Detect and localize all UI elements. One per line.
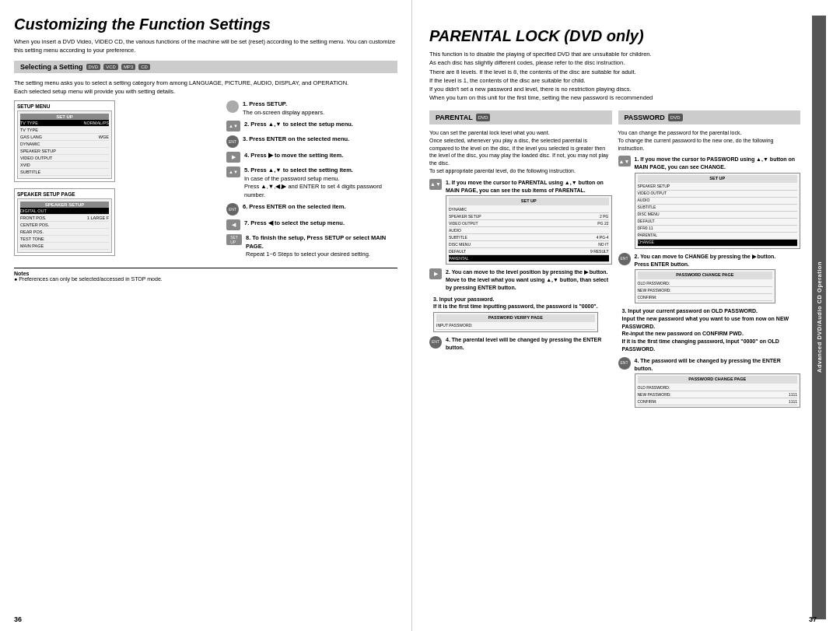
password-col: PASSWORD DVD You can change the password… (618, 110, 801, 412)
step8-text: 8. To finish the setup, Press SETUP or s… (246, 234, 397, 259)
speaker-screen-title: SPEAKER SETUP (20, 202, 109, 208)
setup-row-1: TV TYPENORMAL/PS (20, 120, 109, 127)
p-step3-text: 3. Input your password. If it is the fir… (433, 296, 598, 332)
step1-text: 1. Press SETUP.The on-screen display app… (243, 100, 324, 117)
left-intro: When you insert a DVD Video, VIDEO CD, t… (14, 38, 397, 54)
pw-step-4: ENT 4. The password will be changed by p… (618, 357, 801, 408)
parental-intro: You can set the parental lock level what… (429, 129, 612, 175)
right-intro: This function is to disable the playing … (429, 50, 800, 103)
left-page-number: 36 (14, 615, 22, 623)
step-1: 1. Press SETUP.The on-screen display app… (226, 100, 397, 117)
setup-images: SETUP MENU SET UP TV TYPENORMAL/PS TV TY… (14, 100, 219, 263)
right-section: PARENTAL LOCK (DVD only) This function i… (412, 0, 840, 631)
step3-text: 3. Press ENTER on the selected menu. (243, 135, 349, 144)
steps-list: 1. Press SETUP.The on-screen display app… (226, 100, 397, 263)
step5-icon: ▲▼ (226, 167, 240, 177)
step5-text: 5. Press ▲,▼ to select the setting item.… (244, 167, 397, 199)
step4-icon: ▶ (226, 152, 240, 163)
steps-container: SETUP MENU SET UP TV TYPENORMAL/PS TV TY… (14, 100, 397, 263)
side-tab-text: Advanced DVD/Audio CD Operation (816, 261, 823, 373)
pw-step2-text: 2. You can move to CHANGE by pressing th… (635, 253, 776, 303)
sp-row-2: FRONT POS.1 LARGE F (20, 215, 109, 222)
step6-icon: ENT (226, 203, 239, 216)
pw-step-2: ENT 2. You can move to CHANGE by pressin… (618, 253, 801, 303)
p-step-1: ▲▼ 1. If you move the cursor to PARENTAL… (429, 179, 612, 265)
left-body: The setting menu asks you to select a se… (14, 79, 397, 96)
setup-row-6: VIDEO OUTPUT (20, 155, 109, 162)
step-6: ENT 6. Press ENTER on the selected item. (226, 203, 397, 216)
p-step1-screen: SET UP DYNAMIC SPEAKER SETUP2 PG VIDEO O… (446, 195, 612, 265)
setup-row-2: TV TYPE (20, 127, 109, 134)
setup-row-3: GAS LANGWGE (20, 134, 109, 141)
step-7: ◀ 7. Press ◀ to select the setup menu. (226, 219, 397, 230)
badge-mp3: MP3 (121, 64, 135, 70)
sp-row-5: TEST TONE (20, 236, 109, 243)
step-3: ENT 3. Press ENTER on the selected menu. (226, 135, 397, 148)
sp-row-3: CENTER POS. (20, 222, 109, 229)
step-8: SETUP 8. To finish the setup, Press SETU… (226, 234, 397, 259)
setup-screen: SET UP TV TYPENORMAL/PS TV TYPE GAS LANG… (17, 110, 112, 179)
step-4: ▶ 4. Press ▶ to move the setting item. (226, 152, 397, 163)
setup-screen-title: SET UP (20, 114, 109, 120)
pw-step1-text: 1. If you move the cursor to PASSWORD us… (635, 156, 801, 248)
step3-icon: ENT (226, 135, 239, 148)
pw-step1-screen: SET UP SPEAKER SETUP VIDEO OUTPUT AUDIO … (635, 173, 801, 249)
p-step4-icon: ENT (429, 336, 442, 349)
page-container: Customizing the Function Settings When y… (0, 0, 840, 631)
parental-col: PARENTAL DVD You can set the parental lo… (429, 110, 612, 412)
notes-box: Notes ● Preferences can only be selected… (14, 268, 397, 282)
notes-label: Notes (14, 271, 397, 276)
step1-icon (226, 100, 239, 113)
p-step-4: ENT 4. The parental level will be change… (429, 336, 612, 352)
pw-step4-text: 4. The password will be changed by press… (635, 357, 801, 408)
step8-icon: SETUP (226, 234, 242, 245)
p-step-3: 3. Input your password. If it is the fir… (429, 296, 612, 332)
pw-step2-icon: ENT (618, 253, 631, 265)
notes-item-1: ● Preferences can only be selected/acces… (14, 276, 397, 282)
password-badge: DVD (668, 114, 683, 121)
right-page-number: 37 (809, 615, 812, 619)
p-step2-icon: ▶ (429, 268, 442, 279)
pw-step-3: 3. Input your current password on OLD PA… (618, 307, 801, 353)
p-step1-text: 1. If you move the cursor to PARENTAL us… (446, 179, 612, 265)
sp-row-1: DIGITAL OUT (20, 208, 109, 215)
step7-text: 7. Press ◀ to select the setup menu. (244, 219, 345, 228)
pw-step4-icon: ENT (618, 357, 631, 370)
parental-header: PARENTAL DVD (429, 110, 612, 125)
right-title: PARENTAL LOCK (DVD only) (429, 27, 800, 45)
step-2: ▲▼ 2. Press ▲,▼ to select the setup menu… (226, 121, 397, 131)
step2-icon: ▲▼ (226, 121, 240, 131)
badge-cd: CD (138, 64, 150, 70)
setup-menu-label: SETUP MENU (17, 103, 112, 109)
speaker-setup-box: SPEAKER SETUP PAGE SPEAKER SETUP DIGITAL… (14, 188, 115, 256)
right-content-area: PARENTAL LOCK (DVD only) This function i… (420, 16, 812, 619)
parental-badge: DVD (476, 114, 491, 121)
sp-row-6: MAIN PAGE (20, 243, 109, 250)
step4-text: 4. Press ▶ to move the setting item. (244, 152, 343, 160)
step-5: ▲▼ 5. Press ▲,▼ to select the setting it… (226, 167, 397, 199)
speaker-screen: SPEAKER SETUP DIGITAL OUT FRONT POS.1 LA… (17, 198, 112, 253)
setup-row-4: DYNAMIC (20, 141, 109, 148)
pw-step4-screen: PASSWORD CHANGE PAGE OLD PASSWORD: NEW P… (635, 373, 801, 408)
step6-text: 6. Press ENTER on the selected item. (243, 203, 346, 212)
step7-icon: ◀ (226, 219, 240, 230)
pw-step-1: ▲▼ 1. If you move the cursor to PASSWORD… (618, 156, 801, 248)
p-step-2: ▶ 2. You can move to the level position … (429, 268, 612, 291)
pw-step3-text: 3. Input your current password on OLD PA… (622, 307, 801, 353)
sp-row-4: REAR POS. (20, 229, 109, 236)
badge-dvd: DVD (86, 64, 101, 70)
p-step2-text: 2. You can move to the level position by… (446, 268, 612, 291)
left-title: Customizing the Function Settings (14, 16, 397, 33)
p-step3-screen: PASSWORD VERIFY PAGE INPUT PASSWORD: (433, 312, 598, 332)
side-tab: Advanced DVD/Audio CD Operation (812, 16, 826, 619)
left-section: Customizing the Function Settings When y… (0, 0, 412, 631)
setup-row-5: SPEAKER SETUP (20, 148, 109, 155)
pw-step1-icon: ▲▼ (618, 156, 631, 167)
pw-step2-screen: PASSWORD CHANGE PAGE OLD PASSWORD: NEW P… (635, 269, 776, 303)
setup-menu-box: SETUP MENU SET UP TV TYPENORMAL/PS TV TY… (14, 100, 115, 182)
p-step1-icon: ▲▼ (429, 179, 442, 190)
two-col-right: PARENTAL DVD You can set the parental lo… (429, 110, 800, 412)
password-header: PASSWORD DVD (618, 110, 801, 125)
speaker-setup-label: SPEAKER SETUP PAGE (17, 191, 112, 197)
password-intro: You can change the password for the pare… (618, 129, 801, 152)
